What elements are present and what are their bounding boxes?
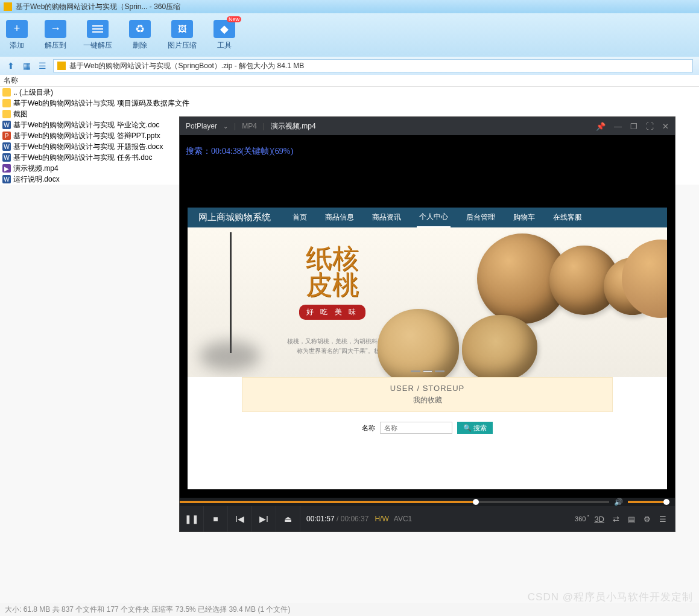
potplayer-window: PotPlayer ⌄ | MP4 | 演示视频.mp4 📌 — ❐ ⛶ ✕ 搜… bbox=[179, 116, 675, 532]
view-3d-button[interactable]: 3D bbox=[594, 515, 604, 524]
archive-icon bbox=[57, 62, 66, 70]
status-bar: 大小: 61.8 MB 共 837 个文件和 177 个文件夹 压缩率 73.5… bbox=[0, 603, 699, 616]
codec-indicator: AVC1 bbox=[394, 515, 412, 523]
player-controls: ❚❚ ■ I◀ ▶I ⏏ 00:01:57 / 00:06:37 H/W AVC… bbox=[180, 506, 675, 532]
nav-admin[interactable]: 后台管理 bbox=[464, 208, 498, 227]
storeup-title-zh: 我的收藏 bbox=[242, 395, 612, 405]
site-brand: 网上商城购物系统 bbox=[198, 212, 271, 223]
chevron-down-icon[interactable]: ⌄ bbox=[223, 123, 228, 130]
nav-cart[interactable]: 购物车 bbox=[511, 208, 537, 227]
volume-bar[interactable] bbox=[628, 501, 670, 503]
pause-button[interactable]: ❚❚ bbox=[180, 506, 204, 532]
path-field[interactable]: 基于Web的购物网站设计与实现（SpringBoot）.zip - 解包大小为 … bbox=[53, 59, 693, 72]
time-display: 00:01:57 / 00:06:37 bbox=[306, 515, 368, 523]
folder-icon bbox=[2, 88, 11, 97]
search-button[interactable]: 🔍搜索 bbox=[457, 422, 493, 434]
hw-indicator: H/W bbox=[375, 515, 388, 523]
window-title: 基于Web的购物网站设计与实现（Sprin... - 360压缩 bbox=[16, 2, 180, 12]
player-format: MP4 bbox=[242, 122, 257, 130]
video-area[interactable]: 搜索：00:04:38(关键帧)(69%) 网上商城购物系统 首页 商品信息 商… bbox=[180, 135, 675, 498]
trash-icon bbox=[129, 20, 151, 38]
tool-icon bbox=[213, 20, 235, 38]
nav-personal[interactable]: 个人中心 bbox=[417, 208, 451, 227]
status-text: 大小: 61.8 MB 共 837 个文件和 177 个文件夹 压缩率 73.5… bbox=[5, 605, 290, 615]
restore-icon[interactable]: ❐ bbox=[630, 122, 637, 131]
nav-products[interactable]: 商品信息 bbox=[323, 208, 356, 227]
carousel-dots[interactable] bbox=[411, 370, 444, 372]
eject-button[interactable]: ⏏ bbox=[276, 506, 300, 532]
column-name: 名称 bbox=[4, 75, 18, 86]
nav-news[interactable]: 商品资讯 bbox=[370, 208, 403, 227]
word-icon: W bbox=[2, 121, 11, 129]
toolbar-tools[interactable]: New工具 bbox=[213, 20, 235, 51]
word-icon: W bbox=[2, 175, 11, 183]
search-icon: 🔍 bbox=[463, 424, 472, 432]
list-item[interactable]: 基于Web的购物网站设计与实现 项目源码及数据库文件 bbox=[0, 98, 699, 109]
banner-big-text: 纸核 皮桃 bbox=[281, 246, 384, 299]
up-icon[interactable]: ⬆ bbox=[6, 61, 16, 71]
view-360-button[interactable]: 360• bbox=[575, 515, 586, 522]
plus-icon bbox=[6, 20, 28, 38]
toolbar-image-compress[interactable]: 图片压缩 bbox=[168, 20, 197, 51]
app-icon bbox=[4, 2, 12, 11]
image-icon bbox=[171, 20, 193, 38]
storeup-panel: USER / STOREUP 我的收藏 bbox=[242, 377, 613, 412]
list-view-icon[interactable]: ☰ bbox=[37, 61, 47, 71]
duration-time: 00:06:37 bbox=[341, 515, 369, 523]
ppt-icon: P bbox=[2, 132, 11, 140]
volume-icon[interactable]: 🔊 bbox=[614, 498, 623, 506]
search-row: 名称 🔍搜索 bbox=[188, 422, 667, 434]
player-filename: 演示视频.mp4 bbox=[271, 121, 316, 132]
walnut-cracked-image bbox=[378, 309, 459, 377]
column-header[interactable]: 名称 bbox=[0, 75, 699, 87]
watermark-text: CSDN @程序员小马软件开发定制 bbox=[528, 590, 693, 604]
page-body: USER / STOREUP 我的收藏 名称 🔍搜索 bbox=[188, 377, 667, 434]
ink-decoration bbox=[194, 232, 266, 377]
walnut-cracked-image bbox=[462, 315, 537, 377]
site-nav: 网上商城购物系统 首页 商品信息 商品资讯 个人中心 后台管理 购物车 在线客服 bbox=[188, 208, 667, 227]
video-frame-content: 网上商城购物系统 首页 商品信息 商品资讯 个人中心 后台管理 购物车 在线客服… bbox=[188, 208, 667, 489]
menu-icon[interactable]: ☰ bbox=[659, 515, 666, 524]
banner: 纸核 皮桃 好 吃 美 味 核桃，又称胡桃，羌桃，为胡桃科植物。与扁桃、腰果、榛… bbox=[188, 227, 667, 377]
volume-knob[interactable] bbox=[663, 499, 669, 505]
progress-bar-row: 🔊 bbox=[180, 498, 675, 506]
thumbnail-view-icon[interactable]: ▦ bbox=[22, 61, 31, 71]
settings-icon[interactable]: ⚙ bbox=[644, 515, 651, 524]
list-item[interactable]: .. (上级目录) bbox=[0, 87, 699, 98]
storeup-title-en: USER / STOREUP bbox=[242, 384, 612, 393]
stop-button[interactable]: ■ bbox=[204, 506, 228, 532]
main-toolbar: 添加 解压到 一键解压 删除 图片压缩 New工具 bbox=[0, 13, 699, 57]
word-icon: W bbox=[2, 142, 11, 151]
player-app-name[interactable]: PotPlayer bbox=[186, 122, 217, 130]
video-icon: ▶ bbox=[2, 164, 11, 173]
current-time: 00:01:57 bbox=[306, 515, 335, 523]
path-text: 基于Web的购物网站设计与实现（SpringBoot）.zip - 解包大小为 … bbox=[69, 61, 304, 71]
bookmark-icon[interactable]: ▤ bbox=[628, 515, 635, 524]
toolbar-delete[interactable]: 删除 bbox=[129, 20, 151, 51]
nav-support[interactable]: 在线客服 bbox=[551, 208, 584, 227]
toolbar-one-key-extract[interactable]: 一键解压 bbox=[83, 20, 112, 51]
close-icon[interactable]: ✕ bbox=[662, 122, 669, 131]
seek-overlay-text: 搜索：00:04:38(关键帧)(69%) bbox=[186, 146, 293, 157]
playlist-icon[interactable]: ⇄ bbox=[613, 515, 619, 524]
search-input[interactable] bbox=[380, 422, 452, 434]
list-icon bbox=[87, 20, 109, 38]
nav-home[interactable]: 首页 bbox=[290, 208, 309, 227]
nav-bar: ⬆ ▦ ☰ 基于Web的购物网站设计与实现（SpringBoot）.zip - … bbox=[0, 57, 699, 75]
next-button[interactable]: ▶I bbox=[252, 506, 276, 532]
new-badge: New bbox=[227, 16, 241, 22]
folder-icon bbox=[2, 99, 11, 107]
minimize-icon[interactable]: — bbox=[614, 122, 622, 131]
seek-bar[interactable] bbox=[180, 501, 609, 503]
search-label: 名称 bbox=[362, 424, 375, 433]
maximize-icon[interactable]: ⛶ bbox=[646, 122, 654, 131]
pin-icon[interactable]: 📌 bbox=[596, 122, 606, 131]
word-icon: W bbox=[2, 153, 11, 162]
window-titlebar: 基于Web的购物网站设计与实现（Sprin... - 360压缩 bbox=[0, 0, 699, 13]
toolbar-add[interactable]: 添加 bbox=[6, 20, 28, 51]
toolbar-extract-to[interactable]: 解压到 bbox=[45, 20, 66, 51]
seek-knob[interactable] bbox=[473, 499, 479, 505]
banner-title: 纸核 皮桃 好 吃 美 味 bbox=[281, 246, 384, 320]
prev-button[interactable]: I◀ bbox=[228, 506, 252, 532]
folder-icon bbox=[2, 110, 11, 118]
